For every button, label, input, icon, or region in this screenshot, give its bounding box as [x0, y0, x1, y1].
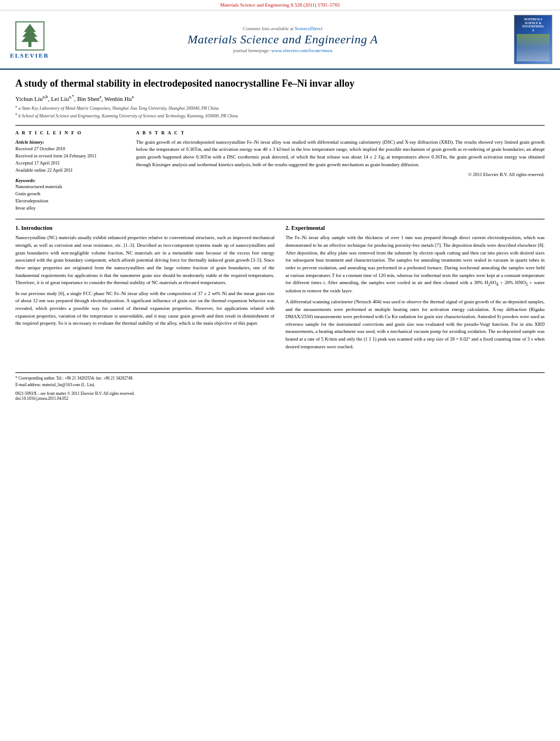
- authors: Yichun Liua,b, Lei Liua,*, Bin Shena, We…: [15, 94, 545, 102]
- received-date: Received 27 October 2010: [15, 146, 65, 151]
- author-list: Yichun Liua,b, Lei Liua,*, Bin Shena, We…: [15, 95, 134, 102]
- doi-block: 0921-5093/$ – see front matter © 2011 El…: [0, 390, 560, 405]
- keyword-4: Invar alloy: [15, 205, 125, 212]
- section2-para2: A differential scanning calorimeter (Net…: [286, 298, 545, 350]
- journal-name: Materials Science and Engineering A: [57, 32, 508, 47]
- copyright: © 2011 Elsevier B.V. All rights reserved…: [136, 172, 545, 177]
- article-info-heading: A R T I C L E I N F O: [15, 130, 125, 135]
- corresponding-note: * Corresponding author. Tel.: +86 21 342…: [15, 375, 545, 381]
- elsevier-tree-icon: [15, 21, 45, 51]
- section2-para1: The Fe–Ni invar alloy sample with the th…: [286, 234, 545, 295]
- email-suffix: (L. Liu).: [81, 382, 95, 387]
- abstract-heading: A B S T R A C T: [136, 130, 545, 135]
- journal-header: ELSEVIER Contents lists available at Sci…: [0, 10, 560, 70]
- affiliation-a: a a State Key Laboratory of Metal Matrix…: [15, 104, 545, 111]
- keywords-label: Keywords:: [15, 178, 125, 183]
- highlight-such: such: [217, 235, 226, 240]
- keyword-2: Grain growth: [15, 190, 125, 197]
- affiliation-b: b b School of Material Science and Engin…: [15, 112, 545, 118]
- journal-citation: Materials Science and Engineering A 528 …: [220, 2, 340, 8]
- page: Materials Science and Engineering A 528 …: [0, 0, 560, 741]
- footnote-block: * Corresponding author. Tel.: +86 21 342…: [0, 373, 560, 390]
- cover-image: MATERIALSSCIENCE &ENGINEERINGA: [514, 15, 552, 64]
- cover-image-inner: [517, 34, 550, 61]
- article-info-col: A R T I C L E I N F O Article history: R…: [15, 130, 125, 212]
- abstract-text: The grain growth of an electrodeposited …: [136, 139, 545, 169]
- elsevier-text: ELSEVIER: [10, 52, 49, 59]
- online-date: Available online 22 April 2011: [15, 167, 73, 173]
- history-label: Article history:: [15, 139, 44, 145]
- elsevier-logo: ELSEVIER: [8, 21, 52, 59]
- section1-para1: Nanocrystalline (NC) materials usually e…: [15, 234, 275, 286]
- article-title: A study of thermal stability in electrod…: [15, 77, 545, 90]
- body-section: 1. Introduction Nanocrystalline (NC) mat…: [15, 219, 545, 354]
- sciencedirect-link[interactable]: ScienceDirect: [295, 26, 323, 31]
- abstract-col: A B S T R A C T The grain growth of an e…: [136, 130, 545, 212]
- top-bar: Materials Science and Engineering A 528 …: [0, 0, 560, 10]
- journal-title-block: Contents lists available at ScienceDirec…: [57, 26, 508, 53]
- email-link[interactable]: material_liu@163.com: [42, 382, 80, 387]
- article-history: Article history: Received 27 October 201…: [15, 139, 125, 174]
- keyword-1: Nanostructured materials: [15, 183, 125, 190]
- section1-title: 1. Introduction: [15, 225, 275, 231]
- journal-homepage-link[interactable]: www.elsevier.com/locate/msea: [271, 48, 332, 53]
- experimental-col: 2. Experimental The Fe–Ni invar alloy sa…: [286, 225, 545, 354]
- accepted-date: Accepted 17 April 2011: [15, 160, 60, 166]
- info-abstract-section: A R T I C L E I N F O Article history: R…: [15, 125, 545, 212]
- journal-cover: MATERIALSSCIENCE &ENGINEERINGA: [514, 15, 552, 64]
- introduction-col: 1. Introduction Nanocrystalline (NC) mat…: [15, 225, 275, 354]
- doi-link[interactable]: 10.1016/j.msea.2011.04.052: [22, 396, 69, 401]
- revised-date: Received in revised form 24 February 201…: [15, 153, 97, 159]
- email-label: E-mail address:: [15, 382, 41, 387]
- journal-homepage: journal homepage: www.elsevier.com/locat…: [57, 48, 508, 53]
- section1-para2: In our previous study [6], a single FCC …: [15, 290, 275, 327]
- section2-title: 2. Experimental: [286, 225, 545, 231]
- keyword-3: Electrodeposition: [15, 197, 125, 205]
- issn-line: 0921-5093/$ – see front matter © 2011 El…: [15, 391, 545, 396]
- cover-title-text: MATERIALSSCIENCE &ENGINEERINGA: [522, 18, 544, 32]
- email-line: E-mail address: material_liu@163.com (L.…: [15, 382, 545, 388]
- doi-line: doi:10.1016/j.msea.2011.04.052: [15, 396, 545, 401]
- sciencedirect-line: Contents lists available at ScienceDirec…: [57, 26, 508, 31]
- article-content: A study of thermal stability in electrod…: [0, 70, 560, 361]
